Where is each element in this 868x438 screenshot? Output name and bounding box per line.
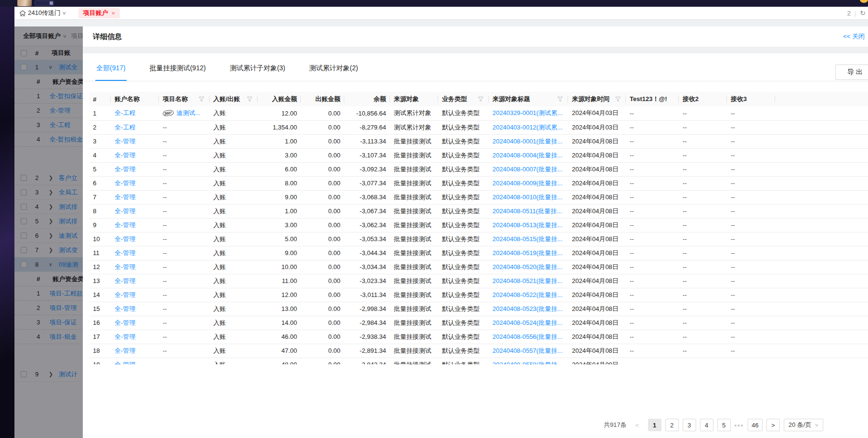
- source-title-link[interactable]: 20240408-0522(批量挂...: [492, 291, 562, 298]
- sidebar-account-row[interactable]: 1项目-工程款: [14, 286, 83, 301]
- page-button-1[interactable]: 1: [648, 419, 661, 431]
- account-link[interactable]: 全-管理: [115, 347, 135, 354]
- sidebar-account-row[interactable]: 4项目-税金: [14, 330, 83, 344]
- page-button-2[interactable]: 2: [665, 419, 679, 431]
- filter-icon[interactable]: [478, 97, 483, 102]
- sidebar-account-row[interactable]: 2全-管理: [14, 103, 83, 118]
- source-title-link[interactable]: 20240408-0001(批量挂...: [492, 138, 562, 145]
- account-link[interactable]: 全-暂扣保证: [50, 92, 83, 101]
- row-checkbox[interactable]: [21, 175, 27, 181]
- account-link[interactable]: 项目-管理: [50, 304, 77, 312]
- sidebar-project-row[interactable]: 9❯测试计: [14, 367, 83, 382]
- chevron-down-icon[interactable]: ∨: [49, 261, 55, 268]
- tab-0[interactable]: 全部(917): [95, 64, 127, 81]
- home-menu[interactable]: 2410传送门 ∨: [19, 9, 66, 17]
- project-link[interactable]: 测试计: [59, 370, 78, 379]
- source-title-link[interactable]: 20240408-0010(批量挂...: [492, 193, 562, 201]
- chevron-right-icon[interactable]: ❯: [49, 204, 55, 210]
- project-link[interactable]: 测试排: [59, 203, 78, 211]
- source-title-link[interactable]: 20240403-0012(测试累...: [492, 124, 562, 131]
- tab-3[interactable]: 测试累计对象(2): [309, 64, 359, 81]
- sidebar-project-row[interactable]: 4❯测试排: [14, 200, 83, 214]
- source-title-link[interactable]: 20240408-0557(批量挂...: [492, 347, 562, 354]
- source-title-link[interactable]: 20240408-0521(批量挂...: [492, 277, 562, 284]
- account-link[interactable]: 全-管理: [115, 138, 135, 145]
- refresh-icon[interactable]: ↻: [860, 9, 866, 17]
- account-link[interactable]: 全-暂扣税金: [50, 135, 83, 144]
- chevron-right-icon[interactable]: ❯: [49, 189, 55, 195]
- page-size-select[interactable]: 20 条/页 ∨: [784, 419, 823, 431]
- row-checkbox[interactable]: [21, 218, 27, 224]
- account-link[interactable]: 项目-保证: [50, 318, 77, 327]
- account-link[interactable]: 全-管理: [115, 152, 135, 159]
- account-link[interactable]: 全-管理: [115, 235, 135, 243]
- account-link[interactable]: 全-管理: [115, 221, 135, 229]
- sidebar-account-row[interactable]: 3项目-保证: [14, 315, 83, 330]
- sidebar-account-row[interactable]: 3全-工程: [14, 118, 83, 132]
- chrome-search-input[interactable]: [35, 0, 54, 6]
- chevron-down-icon[interactable]: ∨: [49, 64, 55, 70]
- notification-count[interactable]: 2: [847, 10, 851, 17]
- filter-icon[interactable]: [557, 97, 563, 102]
- avatar[interactable]: [17, 0, 32, 6]
- source-title-link[interactable]: 20240408-0556(批量挂...: [492, 333, 562, 340]
- account-link[interactable]: 全-工程: [115, 109, 135, 116]
- project-link[interactable]: 迪测试...: [177, 109, 201, 116]
- row-checkbox[interactable]: [21, 247, 27, 253]
- project-link[interactable]: 全局工: [59, 188, 78, 197]
- prev-page-button[interactable]: <: [631, 419, 644, 431]
- sidebar-project-row[interactable]: 5❯测试排: [14, 214, 83, 229]
- source-title-link[interactable]: 20240408-0520(批量挂...: [492, 263, 562, 271]
- filter-icon[interactable]: [247, 97, 252, 102]
- export-button[interactable]: 导 出: [835, 64, 868, 80]
- project-link[interactable]: 测试变: [59, 246, 78, 255]
- account-link[interactable]: 全-管理: [115, 305, 135, 312]
- source-title-link[interactable]: 20240408-0513(批量挂...: [492, 221, 562, 229]
- account-link[interactable]: 全-管理: [115, 277, 135, 284]
- account-link[interactable]: 全-工程: [50, 121, 70, 129]
- page-button-3[interactable]: 3: [683, 419, 696, 431]
- account-link[interactable]: 全-管理: [115, 291, 135, 298]
- account-link[interactable]: 项目-税金: [50, 333, 77, 341]
- select-all-checkbox[interactable]: [21, 50, 27, 56]
- account-link[interactable]: 项目-工程款: [50, 289, 83, 298]
- sidebar-project-row[interactable]: 8∨09迪测: [14, 258, 83, 272]
- source-title-link[interactable]: 20240408-0009(批量挂...: [492, 180, 562, 187]
- source-title-link[interactable]: 20240408-0519(批量挂...: [492, 249, 562, 257]
- chevron-right-icon[interactable]: ❯: [49, 175, 55, 181]
- project-link[interactable]: 测试排: [59, 217, 78, 226]
- account-link[interactable]: 全-管理: [115, 361, 135, 365]
- account-link[interactable]: 全-工程: [115, 124, 135, 131]
- sidebar-account-row[interactable]: 2项目-管理: [14, 301, 83, 315]
- account-link[interactable]: 全-管理: [115, 180, 135, 187]
- filter-icon[interactable]: [199, 97, 204, 102]
- account-link[interactable]: 全-管理: [50, 106, 70, 115]
- source-title-link[interactable]: 20240408-0007(批量挂...: [492, 166, 562, 173]
- source-title-link[interactable]: 20240408-0515(批量挂...: [492, 235, 562, 243]
- source-title-link[interactable]: 20240329-0001(测试累...: [492, 109, 562, 116]
- close-panel-link[interactable]: << 关闭: [843, 32, 865, 41]
- row-checkbox[interactable]: [21, 64, 27, 70]
- sidebar-project-row[interactable]: 1∨测试全: [14, 60, 83, 75]
- chevron-right-icon[interactable]: ❯: [49, 218, 55, 224]
- row-checkbox[interactable]: [21, 261, 27, 268]
- tab-2[interactable]: 测试累计子对象(3): [229, 64, 286, 81]
- tab-1[interactable]: 批量挂接测试(912): [149, 64, 207, 81]
- sidebar-project-row[interactable]: 7❯测试变: [14, 243, 83, 258]
- source-title-link[interactable]: 20240408-0524(批量挂...: [492, 319, 562, 326]
- chevron-down-icon[interactable]: ∨: [63, 34, 67, 39]
- page-button-4[interactable]: 4: [700, 419, 713, 431]
- chevron-right-icon[interactable]: ❯: [49, 371, 55, 377]
- sidebar-project-row[interactable]: 6❯迪测试: [14, 229, 83, 243]
- sidebar-title[interactable]: 全部项目账户: [23, 32, 61, 40]
- row-checkbox[interactable]: [21, 232, 27, 239]
- account-link[interactable]: 全-管理: [115, 166, 135, 173]
- sidebar-project-row[interactable]: 2❯客户立: [14, 171, 83, 185]
- filter-icon[interactable]: [615, 97, 621, 102]
- source-title-link[interactable]: 20240408-0523(批量挂...: [492, 305, 562, 312]
- source-title-link[interactable]: 20240408-0004(批量挂...: [492, 152, 562, 159]
- project-link[interactable]: 09迪测: [59, 260, 78, 269]
- project-link[interactable]: 测试全: [59, 63, 78, 72]
- project-link[interactable]: 迪测试: [59, 232, 78, 240]
- sidebar-project-row[interactable]: 3❯全局工: [14, 185, 83, 200]
